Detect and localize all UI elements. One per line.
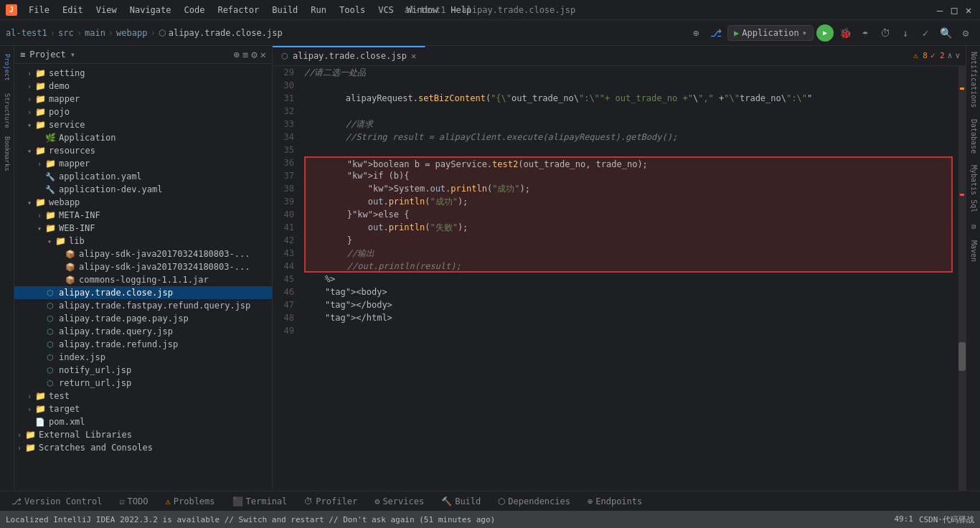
endpoints-tab[interactable]: ⊕ Endpoints (582, 495, 648, 508)
tree-item-commons-logging[interactable]: 📦commons-logging-1.1.1.jar (14, 273, 272, 286)
panel-settings-icon[interactable]: ⚙ (251, 49, 257, 60)
tree-item-pojo[interactable]: ›📁pojo (14, 105, 272, 118)
breadcrumb-src[interactable]: src (58, 28, 74, 38)
menu-refactor[interactable]: Refactor (212, 4, 265, 16)
encoding-info[interactable]: CSDN·代码驿战 (919, 514, 974, 525)
coverage-button[interactable]: ☂ (857, 24, 874, 42)
problems-tab[interactable]: ⚠ Problems (160, 495, 221, 508)
tree-item-WEB-INF[interactable]: ▾📁WEB-INF (14, 222, 272, 235)
tree-item-alipay-sdk2[interactable]: 📦alipay-sdk-java20170324180803-... (14, 260, 272, 273)
terminal-tab[interactable]: ⬛ Terminal (227, 495, 293, 508)
search-everywhere-icon[interactable]: ⊕ (687, 24, 705, 42)
tree-item-alipay.trade.fastpay.refund.query.jsp[interactable]: ⬡alipay.trade.fastpay.refund.query.jsp (14, 299, 272, 312)
tree-item-alipay.trade.query.jsp[interactable]: ⬡alipay.trade.query.jsp (14, 325, 272, 338)
menu-run[interactable]: Run (305, 4, 332, 16)
minimize-button[interactable]: — (934, 4, 946, 16)
run-button[interactable]: ▶ (816, 24, 834, 42)
tree-item-META-INF[interactable]: ›📁META-INF (14, 209, 272, 222)
notifications-panel[interactable]: Notifications (967, 46, 979, 113)
tree-item-pom.xml[interactable]: 📄pom.xml (14, 415, 272, 428)
tree-item-application.yaml[interactable]: 🔧application.yaml (14, 170, 272, 183)
tree-item-notify_url.jsp[interactable]: ⬡notify_url.jsp (14, 364, 272, 377)
search-icon[interactable]: 🔍 (937, 24, 954, 42)
m-panel[interactable]: m (967, 219, 979, 235)
code-line: "tag"></html> (304, 311, 953, 324)
code-content[interactable]: //请二选一处品 alipayRequest.setBizContent("{\… (298, 66, 958, 491)
editor[interactable]: 2930313233343536373839404142434445464748… (273, 66, 966, 491)
close-button[interactable]: ✕ (963, 4, 974, 16)
settings-icon[interactable]: ⚙ (957, 24, 974, 42)
breadcrumb-project[interactable]: al-test1 (6, 28, 47, 38)
tree-item-return_url.jsp[interactable]: ⬡return_url.jsp (14, 377, 272, 390)
services-tab[interactable]: ⚙ Services (369, 495, 430, 508)
scroll-track[interactable] (958, 66, 966, 491)
tree-item-alipay.trade.close.jsp[interactable]: ⬡alipay.trade.close.jsp (14, 286, 272, 299)
tree-item-service[interactable]: ▾📁service (14, 118, 272, 131)
tree-item-application-dev.yaml[interactable]: 🔧application-dev.yaml (14, 183, 272, 196)
dependencies-tab[interactable]: ⬡ Dependencies (492, 495, 576, 508)
tree-item-target[interactable]: ›📁target (14, 402, 272, 415)
tree-item-mapper2[interactable]: ›📁mapper (14, 157, 272, 170)
tree-item-alipay-sdk1[interactable]: 📦alipay-sdk-java20170324180803-... (14, 248, 272, 260)
git-icon[interactable]: ⎇ (707, 24, 725, 42)
tree-item-demo[interactable]: ›📁demo (14, 80, 272, 93)
project-panel: ≡ Project ▾ ⊕ ≡ ⚙ ✕ ›📁setting›📁demo›📁map… (14, 46, 273, 491)
tree-item-External Libraries[interactable]: ›📁External Libraries (14, 428, 272, 441)
database-panel[interactable]: Database (967, 113, 979, 159)
tree-item-test[interactable]: ›📁test (14, 390, 272, 402)
breadcrumb-file[interactable]: ⬡ (159, 28, 166, 38)
mybatis-panel[interactable]: Mybatis Sql (967, 159, 979, 218)
version-control-tab[interactable]: ⎇ Version Control (6, 495, 108, 508)
build-tab[interactable]: 🔨 Build (435, 495, 486, 508)
debug-button[interactable]: 🐞 (837, 24, 854, 42)
run-config-selector[interactable]: ▶ Application ▾ (727, 25, 814, 41)
menu-tools[interactable]: Tools (334, 4, 371, 16)
git-commit-icon[interactable]: ✓ (917, 24, 934, 42)
menu-vcs[interactable]: VCS (372, 4, 400, 16)
collapse-icon[interactable]: ∨ (955, 51, 960, 60)
tree-item-index.jsp[interactable]: ⬡index.jsp (14, 351, 272, 364)
menu-code[interactable]: Code (179, 4, 211, 16)
panel-dropdown-icon[interactable]: ≡ (20, 50, 25, 60)
panel-close-icon[interactable]: ✕ (260, 49, 266, 60)
tree-item-name: target (49, 404, 80, 414)
todo-tab[interactable]: ☑ TODO (113, 495, 154, 508)
status-bar: Localized IntelliJ IDEA 2022.3.2 is avai… (0, 511, 980, 528)
panel-collapse-icon[interactable]: ≡ (242, 49, 248, 60)
tree-item-lib[interactable]: ▾📁lib (14, 235, 272, 248)
tree-item-alipay.trade.refund.jsp[interactable]: ⬡alipay.trade.refund.jsp (14, 338, 272, 351)
menu-build[interactable]: Build (266, 4, 303, 16)
menu-file[interactable]: File (23, 4, 55, 16)
bookmarks-panel-icon[interactable]: Bookmarks (0, 132, 14, 175)
breadcrumb-webapp[interactable]: webapp (116, 28, 147, 38)
breadcrumb-main[interactable]: main (85, 28, 105, 38)
scroll-thumb[interactable] (958, 342, 966, 371)
tree-item-resources[interactable]: ▾📁resources (14, 144, 272, 157)
cursor-position[interactable]: 49:1 (894, 514, 913, 525)
status-message[interactable]: Localized IntelliJ IDEA 2022.3.2 is avai… (6, 515, 495, 524)
profiler-tab[interactable]: ⏱ Profiler (298, 495, 363, 508)
tree-item-setting[interactable]: ›📁setting (14, 67, 272, 80)
git-update-icon[interactable]: ↓ (897, 24, 914, 42)
tree-item-mapper[interactable]: ›📁mapper (14, 93, 272, 105)
maximize-button[interactable]: □ (948, 4, 960, 16)
profile-button[interactable]: ⏱ (877, 24, 894, 42)
breadcrumb-filename[interactable]: alipay.trade.close.jsp (169, 28, 283, 38)
project-panel-icon[interactable]: Project (0, 46, 14, 89)
panel-expand-icon[interactable]: ▾ (70, 50, 75, 60)
expand-icon: › (24, 108, 34, 116)
tree-item-alipay.trade.page.pay.jsp[interactable]: ⬡alipay.trade.page.pay.jsp (14, 312, 272, 325)
maven-panel[interactable]: Maven (967, 235, 979, 268)
menu-edit[interactable]: Edit (57, 4, 89, 16)
tree-item-name: alipay.trade.close.jsp (59, 288, 173, 298)
editor-tab-active[interactable]: ⬡ alipay.trade.close.jsp ✕ (273, 46, 425, 66)
structure-panel-icon[interactable]: Structure (0, 89, 14, 132)
menu-navigate[interactable]: Navigate (124, 4, 177, 16)
panel-sync-icon[interactable]: ⊕ (233, 49, 239, 60)
tab-close-button[interactable]: ✕ (411, 51, 416, 61)
expand-icon[interactable]: ∧ (948, 51, 953, 60)
menu-view[interactable]: View (90, 4, 123, 16)
tree-item-Application[interactable]: 🌿Application (14, 131, 272, 144)
tree-item-Scratches and Consoles[interactable]: ›📁Scratches and Consoles (14, 441, 272, 454)
tree-item-webapp[interactable]: ▾📁webapp (14, 196, 272, 209)
